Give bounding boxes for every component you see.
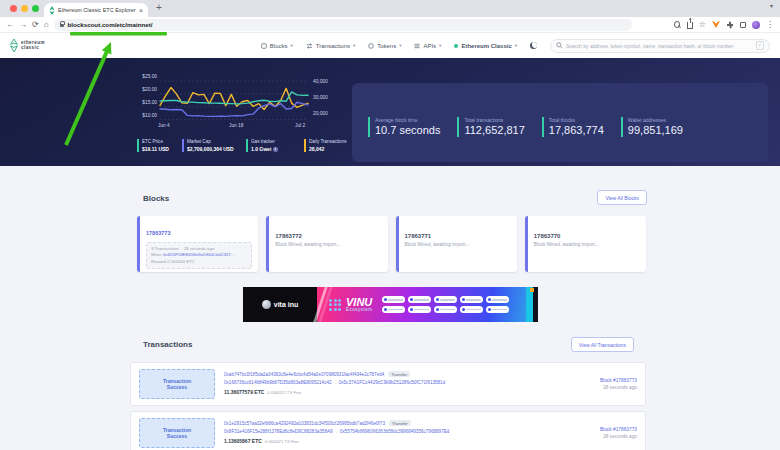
cube-icon [261,43,267,49]
network-selector[interactable]: Ethereum Classic▾ [454,43,517,49]
metamask-extension-icon[interactable] [712,21,720,28]
block-card[interactable]: 17863771 Block Mined, awaiting import... [396,216,517,272]
tab-close-icon[interactable]: × [139,7,143,14]
transaction-value: 11.36077579 ETC [224,389,264,395]
to-address-link[interactable]: 0x5c37A1FCc4429cC9b9b251286c50fC71f91358… [339,380,446,385]
dark-mode-toggle-moon-icon[interactable] [530,42,537,49]
y-axis-tick: $15.00 [133,100,157,105]
transaction-list: Transaction Success 0xab747bc0f1ff5da2a3… [130,362,646,450]
ad-pill[interactable] [408,306,431,313]
window-close-button[interactable] [10,5,17,12]
addressbar-actions: ☆ ⋮ [674,20,774,30]
info-icon[interactable]: i [273,147,278,152]
browser-tabstrip: Ethereum Classic ETC Explorer × + ▾ [0,0,780,17]
y-axis-tick: $25.00 [133,74,157,79]
nav-item-transactions[interactable]: Transactions▾ [306,43,355,49]
tab-favicon [49,6,55,15]
transaction-row[interactable]: Transaction Success 0xab747bc0f1ff5da2a3… [130,362,646,406]
etc-diamond-icon [10,39,18,52]
transaction-fee: 0.000021 TX Fee [267,390,301,395]
block-link[interactable]: Block #17863773 [600,377,637,385]
list-icon [414,43,420,49]
block-details: 3 Transactions28 seconds ago Miner 0x6D5… [146,242,252,269]
home-icon[interactable]: ⌂ [44,20,49,30]
browser-menu-kebab-icon[interactable]: ⋮ [766,20,774,30]
ad-edge [533,287,538,322]
extensions-puzzle-icon[interactable] [726,21,734,29]
block-number: 17863771 [405,233,511,239]
logo-text: ethereum classic [21,41,45,51]
forward-icon[interactable]: → [19,20,27,30]
y2-axis-tick: 20,000 [313,111,328,116]
chevron-down-icon: ▾ [353,43,355,48]
ad-pill[interactable] [382,306,405,313]
tab-search-icon[interactable] [740,22,746,28]
to-address-link[interactable]: 0x55754b8696066363b58dc3996849356c796889… [340,429,450,434]
vinu-dots-logo [329,299,341,311]
ad-pill[interactable] [460,306,483,313]
nav-menu: Blocks▾ Transactions▾ Tokens▾ APIs▾ Ethe… [261,39,770,53]
transaction-value: 1.13605867 ETC [224,438,262,444]
view-all-transactions-button[interactable]: View All Transactions [571,337,634,352]
ad-close-corner[interactable] [530,288,534,292]
x-axis-tick: Jul 2 [295,123,305,128]
url-text[interactable]: blockscout.com/etc/mainnet/ [68,21,153,28]
ad-pill[interactable] [382,296,405,303]
transaction-row[interactable]: Transaction Success 0x1e2915c57aa32efb66… [130,411,646,450]
url-bar[interactable]: blockscout.com/etc/mainnet/ [54,19,632,31]
from-address-link[interactable]: 0x8F31e416F15e288f1378Ed6c8eD9C88283a358… [224,429,333,434]
block-card[interactable]: 17863772 Block Mined, awaiting import... [266,216,387,272]
ethereum-classic-logo[interactable]: ethereum classic [10,39,45,52]
transaction-meta: Block #17863773 28 seconds ago [600,426,637,441]
search-input[interactable]: Search by address, token symbol, name, t… [550,39,770,53]
block-number-link[interactable]: 17863773 [146,230,170,236]
block-card-featured[interactable]: 17863773 3 Transactions28 seconds ago Mi… [137,216,258,272]
transaction-fee: 0.000021 TX Fee [265,439,299,444]
back-icon[interactable]: ← [6,20,14,30]
arrow-right-icon: → [334,429,339,434]
nav-item-tokens[interactable]: Tokens▾ [368,43,401,49]
miner-address-link[interactable]: 0x6D5F58EE658e9eD844Cb42337... [163,252,234,257]
ad-pill[interactable] [434,296,457,303]
ad-pill-buttons [382,296,509,313]
window-fullscreen-button[interactable] [32,5,39,12]
reload-icon[interactable]: ⟳ [32,20,39,30]
ad-banner[interactable]: vita inu VINU Ecosystem [243,287,538,322]
nav-item-apis[interactable]: APIs▾ [414,43,441,49]
chevron-down-icon: ▾ [399,43,401,48]
window-chevron-icon[interactable]: ▾ [770,2,773,9]
ad-pill[interactable] [434,306,457,313]
chevron-down-icon: ▾ [291,43,293,48]
x-axis-tick: Jun 18 [229,123,243,128]
ad-pill[interactable] [486,306,509,313]
block-link[interactable]: Block #17863773 [600,426,637,434]
ad-cyan-band [526,287,533,322]
transfer-tag: Transfer [388,371,410,377]
profile-avatar[interactable] [752,21,760,29]
from-address-link[interactable]: 0x166736cc614b849b9b87D35d803a8E8095214c… [224,380,332,385]
window-minimize-button[interactable] [21,5,28,12]
browser-tab[interactable]: Ethereum Classic ETC Explorer × [44,3,148,17]
stat-total-transactions: Total transactions 112,652,817 [457,117,524,137]
transaction-hash-link[interactable]: 0x1e2915c57aa32efb66ca4292492a103831dc34… [224,421,385,426]
transaction-age: 28 seconds ago [600,384,637,392]
ad-brand: vita inu [243,287,317,322]
vinu-title-block: VINU Ecosystem [346,297,373,312]
transaction-hash-link[interactable]: 0xab747bc0f1ff5da2a34363c6e4e6cbc4d54a0e… [224,372,384,377]
ad-pill[interactable] [408,296,431,303]
transaction-status-badge: Transaction Success [139,369,215,399]
ad-pill[interactable] [486,296,509,303]
bookmark-star-icon[interactable]: ☆ [699,20,706,30]
share-icon[interactable] [687,22,693,29]
nav-item-blocks[interactable]: Blocks▾ [261,43,293,49]
search-icon [556,42,563,49]
block-card[interactable]: 17863770 Block Mined, awaiting import... [525,216,646,272]
view-all-blocks-button[interactable]: View All Blocks [597,190,647,205]
network-status-dot [454,44,458,48]
ad-pill[interactable] [460,296,483,303]
x-axis-tick: Jun 4 [158,123,170,128]
block-status: Block Mined, awaiting import... [405,242,511,247]
zoom-search-icon[interactable] [674,21,681,28]
transaction-meta: Block #17863773 28 seconds ago [600,377,637,392]
new-tab-button[interactable]: + [156,2,162,13]
